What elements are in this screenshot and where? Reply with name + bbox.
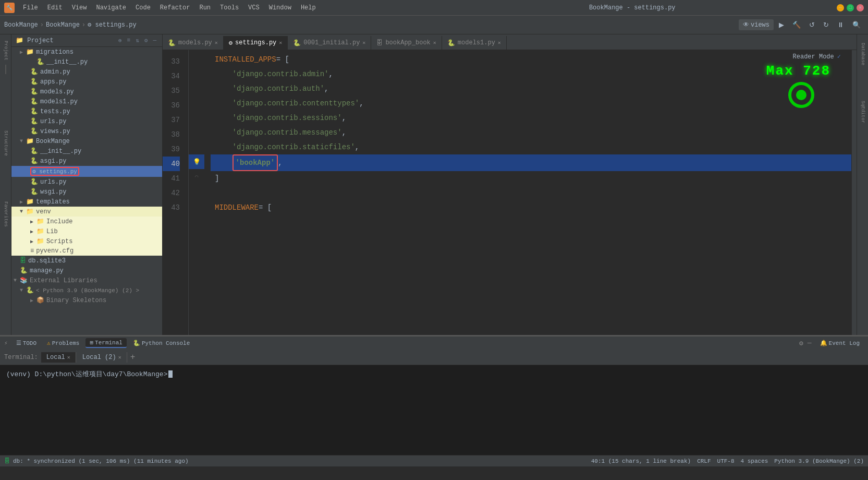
tree-item-wsgi[interactable]: 🐍 wsgi.py	[11, 187, 162, 197]
terminal-local-tab[interactable]: Local ✕	[41, 352, 76, 363]
event-log-button[interactable]: 🔔 Event Log	[816, 339, 864, 347]
tree-item-init1[interactable]: 🐍 __init__.py	[11, 57, 162, 67]
sidebar-icon-sort[interactable]: ⇅	[134, 37, 141, 44]
gutter-40-lightbulb[interactable]: 💡	[189, 154, 204, 169]
tree-item-models1[interactable]: 🐍 models1.py	[11, 97, 162, 106]
menu-tools[interactable]: Tools	[216, 3, 243, 13]
tree-item-admin[interactable]: 🐍 admin.py	[11, 67, 162, 77]
tree-item-migrations[interactable]: ▶ 📁 migrations	[11, 47, 162, 57]
minimize-button[interactable]: ─	[837, 4, 844, 11]
pause-button[interactable]: ⏸	[834, 19, 847, 30]
menu-navigate[interactable]: Navigate	[92, 3, 130, 13]
python-icon: 🐍	[30, 68, 38, 76]
todo-button[interactable]: ☰ TODO	[12, 339, 41, 347]
tree-item-views[interactable]: 🐍 views.py	[11, 126, 162, 136]
code-editor[interactable]: 33 34 35 36 37 38 39 40 41 42 43	[163, 50, 857, 335]
tree-item-scripts[interactable]: ▶ 📁 Scripts	[11, 236, 162, 246]
tab-models1[interactable]: 🐍 models1.py ✕	[442, 36, 507, 50]
menu-refactor[interactable]: Refactor	[156, 3, 194, 13]
tab-close[interactable]: ✕	[433, 40, 436, 46]
views-button[interactable]: 👁 views	[739, 19, 774, 30]
menu-run[interactable]: Run	[195, 3, 215, 13]
tab-close[interactable]: ✕	[362, 40, 365, 46]
tab-close[interactable]: ✕	[215, 40, 218, 46]
tab-initial[interactable]: 🐍 0001_initial.py ✕	[288, 36, 371, 50]
menu-view[interactable]: View	[68, 3, 91, 13]
project-panel-label[interactable]: Project	[3, 39, 8, 63]
tree-item-asgi[interactable]: 🐍 asgi.py	[11, 156, 162, 166]
reader-mode-check[interactable]: ✓	[837, 53, 841, 61]
terminal-local2-tab[interactable]: Local (2) ✕	[77, 352, 127, 363]
tree-item-python39[interactable]: ▼ 🐍 < Python 3.9 (BookMange) (2) >	[11, 285, 162, 295]
terminal-settings-icon[interactable]: ⚙	[799, 339, 803, 347]
tree-item-pyvenv[interactable]: ≡ pyvenv.cfg	[11, 246, 162, 256]
language-setting[interactable]: Python 3.9 (BookMange) (2)	[774, 458, 864, 464]
tab-bookapp-book[interactable]: 🗄 bookApp_book ✕	[371, 36, 442, 50]
cursor-position[interactable]: 40:1 (15 chars, 1 line break)	[591, 458, 691, 464]
db-status-text[interactable]: db: * synchronized (1 sec, 106 ms) (11 m…	[13, 458, 189, 464]
terminal-add-button[interactable]: +	[128, 353, 138, 362]
sidebar-icon-minimize[interactable]: —	[151, 37, 158, 44]
menu-window[interactable]: Window	[265, 3, 296, 13]
line-ending[interactable]: CRLF	[697, 458, 711, 464]
vertical-scrollbar[interactable]	[851, 50, 857, 335]
favorites-panel-label[interactable]: Favorites	[3, 199, 8, 229]
menu-vcs[interactable]: VCS	[244, 3, 264, 13]
tree-item-models[interactable]: 🐍 models.py	[11, 87, 162, 97]
breadcrumb-settings[interactable]: ⚙ settings.py	[88, 21, 137, 29]
breadcrumb-bookmange[interactable]: BookMange	[4, 21, 38, 29]
tree-item-urls2[interactable]: 🐍 urls.py	[11, 177, 162, 187]
close-button[interactable]: ✕	[857, 4, 864, 11]
problems-button[interactable]: ⚠ Problems	[43, 339, 83, 347]
tab-close[interactable]: ✕	[498, 40, 501, 46]
tree-item-lib[interactable]: ▶ 📁 Lib	[11, 226, 162, 236]
sidebar-icon-gear[interactable]: ⚙	[143, 37, 150, 44]
build-button[interactable]: 🔨	[789, 19, 804, 30]
code-content[interactable]: INSTALLED_APPS = [ 'django.contrib.admin…	[204, 50, 851, 335]
menu-file[interactable]: File	[19, 3, 42, 13]
gutter-41-fold[interactable]: ⌒	[189, 169, 204, 184]
maximize-button[interactable]: □	[847, 4, 854, 11]
menu-code[interactable]: Code	[131, 3, 155, 13]
sidebar-icon-collapse[interactable]: ≡	[126, 37, 132, 44]
database-panel-label[interactable]: Database	[860, 41, 865, 67]
editor-area: 🐍 models.py ✕ ⚙ settings.py ✕ 🐍 0001_ini…	[163, 34, 857, 335]
tree-item-urls1[interactable]: 🐍 urls.py	[11, 116, 162, 126]
search-button[interactable]: 🔍	[849, 19, 864, 30]
ln-43: 43	[163, 200, 180, 215]
terminal-tab2-close[interactable]: ✕	[118, 354, 121, 361]
project-tree: 📁 Project ⊕ ≡ ⇅ ⚙ — ▶ 📁 migrations 🐍 __i…	[11, 34, 163, 335]
menu-edit[interactable]: Edit	[43, 3, 67, 13]
gutter-42	[189, 184, 204, 198]
tab-models[interactable]: 🐍 models.py ✕	[163, 36, 224, 50]
tree-item-venv[interactable]: ▼ 📁 venv	[11, 207, 162, 217]
tree-item-apps[interactable]: 🐍 apps.py	[11, 77, 162, 87]
tree-item-include[interactable]: ▶ 📁 Include	[11, 217, 162, 226]
run-button[interactable]: ▶	[776, 19, 787, 30]
tab-settings[interactable]: ⚙ settings.py ✕	[224, 36, 288, 50]
refresh-button[interactable]: ↻	[820, 19, 832, 30]
structure-panel-label[interactable]: Structure	[3, 128, 8, 158]
tree-item-external-libs[interactable]: ▼ 📚 External Libraries	[11, 275, 162, 285]
sqleditor-panel-label[interactable]: SqEditor	[860, 99, 865, 125]
tree-item-binary-skeletons[interactable]: ▶ 📦 Binary Skeletons	[11, 295, 162, 305]
terminal-button[interactable]: ⊞ Terminal	[85, 338, 126, 348]
menu-help[interactable]: Help	[297, 3, 320, 13]
tree-item-settings[interactable]: ⚙ settings.py	[11, 166, 162, 177]
breadcrumb-bookmange2[interactable]: BookMange	[46, 21, 80, 29]
tree-item-db[interactable]: 🗄 db.sqlite3	[11, 256, 162, 266]
terminal-tab-close[interactable]: ✕	[67, 354, 70, 361]
indent-setting[interactable]: 4 spaces	[741, 458, 768, 464]
tree-item-templates[interactable]: ▶ 📁 templates	[11, 197, 162, 207]
tree-item-tests[interactable]: 🐍 tests.py	[11, 106, 162, 116]
tree-item-bookmange[interactable]: ▼ 📁 BookMange	[11, 136, 162, 146]
sidebar-icon-plus[interactable]: ⊕	[117, 37, 124, 44]
tree-item-manage[interactable]: 🐍 manage.py	[11, 266, 162, 275]
reload-button[interactable]: ↺	[806, 19, 818, 30]
terminal-minimize-icon[interactable]: —	[808, 339, 812, 347]
tree-item-init2[interactable]: 🐍 __init__.py	[11, 146, 162, 156]
terminal-content[interactable]: (venv) D:\python\运维项目\day7\BookMange>	[0, 365, 868, 455]
tab-close[interactable]: ✕	[279, 40, 282, 46]
encoding[interactable]: UTF-8	[717, 458, 735, 464]
python-console-button[interactable]: 🐍 Python Console	[129, 339, 194, 347]
